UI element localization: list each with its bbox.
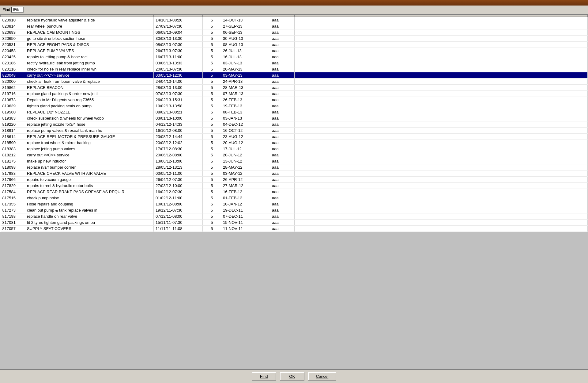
table-row[interactable]: 818098replace n/s/f bumper corner28/05/1…	[1, 164, 588, 170]
cell-desc: replace handle on rear valve	[25, 213, 154, 220]
cell-user: aaa	[270, 220, 295, 226]
table-row[interactable]: 819220replace jetting nozzle for3/4 hose…	[1, 121, 588, 128]
cell-id: 817829	[1, 183, 25, 189]
cell-date1: 17/07/12-08:30	[154, 146, 203, 152]
table-row[interactable]: 820048carry out <<C>> service03/05/13-12…	[1, 72, 588, 79]
cell-user: aaa	[270, 177, 295, 183]
cell-num: 5	[203, 29, 221, 36]
cell-date2: 10-JAN-12	[221, 201, 270, 207]
cell-date1: 10/01/12-08:00	[154, 201, 203, 207]
cell-date2: 28-MAR-13	[221, 85, 270, 91]
table-row[interactable]: 819383check suspension & wheels for whee…	[1, 115, 588, 121]
cell-desc: clean out pump & tank replace valves in	[25, 207, 154, 213]
cell-extra	[295, 146, 588, 152]
table-row[interactable]: 817355Hose repairs and coupling10/01/12-…	[1, 201, 588, 207]
cell-desc: check for noise in rear replace inner wh	[25, 66, 154, 72]
cell-user: aaa	[270, 121, 295, 128]
cell-user: aaa	[270, 134, 295, 140]
cell-user: aaa	[270, 17, 295, 23]
table-row[interactable]: 819639tighten gland packing seals on pum…	[1, 103, 588, 109]
cell-id: 820531	[1, 42, 25, 48]
cell-num: 5	[203, 195, 221, 201]
cell-id: 819560	[1, 109, 25, 115]
cell-desc: replace pump valves & reseal tank man ho	[25, 128, 154, 134]
cell-date1: 19/02/13-13:58	[154, 103, 203, 109]
cell-date2: 20-AUG-12	[221, 140, 270, 146]
table-row[interactable]: 817081fit 2 tyres tighten gland packings…	[1, 220, 588, 226]
table-row[interactable]: 817983REPLACE CHECK VALVE WITH AIR VALVE…	[1, 170, 588, 177]
cell-user: aaa	[270, 91, 295, 97]
table-row[interactable]: 819673Repairs to Mr Diligents van reg 73…	[1, 97, 588, 103]
cell-date2: 06-SEP-13	[221, 29, 270, 36]
cell-id: 820650	[1, 36, 25, 42]
cell-user: aaa	[270, 54, 295, 60]
cell-extra	[295, 42, 588, 48]
cell-date2: 16-OCT-12	[221, 128, 270, 134]
table-row[interactable]: 818590replace front wheel & mirror backi…	[1, 140, 588, 146]
cell-date1: 06/09/13-09:04	[154, 29, 203, 36]
table-row[interactable]: 820814rear wheel puncture27/09/13-07:305…	[1, 23, 588, 29]
table-row[interactable]: 817515check pump noise01/02/12-11:00501-…	[1, 195, 588, 201]
cell-desc: REPLACE REAR BRAKE PADS GREASE AS REQUIR	[25, 189, 154, 195]
cell-extra	[295, 17, 588, 23]
table-row[interactable]: 820531REPLACE FRONT PADS & DISCS08/08/13…	[1, 42, 588, 48]
cell-user: aaa	[270, 207, 295, 213]
cell-extra	[295, 79, 588, 85]
cell-date2: 26-JUL-13	[221, 48, 270, 54]
table-row[interactable]: 817273clean out pump & tank replace valv…	[1, 207, 588, 213]
cell-date2: 26-FEB-13	[221, 97, 270, 103]
table-row[interactable]: 820458REPLACE PUMP VALVES26/07/13-07:305…	[1, 48, 588, 54]
table-row[interactable]: 820910replace hydraulic valve adjuster &…	[1, 17, 588, 23]
table-container: 820910replace hydraulic valve adjuster &…	[0, 14, 588, 232]
table-row[interactable]: 817966repairs to vacuum gauge26/04/12-07…	[1, 177, 588, 183]
table-row[interactable]: 818614REPLACE REEL MOTOR & PRESSURE GAUG…	[1, 134, 588, 140]
find-button[interactable]: Find	[252, 372, 276, 381]
cell-date1: 11/11/11-11:08	[154, 226, 203, 232]
table-row[interactable]: 818175make up new inductor13/06/12-13:00…	[1, 158, 588, 164]
table-row[interactable]: 820693REPLACE CAB MOUNTINGS06/09/13-09:0…	[1, 29, 588, 36]
cell-date1: 28/05/12-13:13	[154, 164, 203, 170]
table-row[interactable]: 818383replace jetting pump valves17/07/1…	[1, 146, 588, 152]
table-row[interactable]: 817057SUPPLY SEAT COVERS11/11/11-11:0851…	[1, 226, 588, 232]
cell-num: 5	[203, 201, 221, 207]
cell-desc: Repairs to Mr Diligents van reg 73655	[25, 97, 154, 103]
cell-date1: 08/08/13-07:30	[154, 42, 203, 48]
cell-num: 5	[203, 121, 221, 128]
data-table: 820910replace hydraulic valve adjuster &…	[0, 14, 588, 232]
table-row[interactable]: 818212carry out <<C>> service20/06/12-08…	[1, 152, 588, 158]
cell-user: aaa	[270, 158, 295, 164]
table-row[interactable]: 819716replace gland packings & order new…	[1, 91, 588, 97]
table-row[interactable]: 817198replace handle on rear valve07/12/…	[1, 213, 588, 220]
table-row[interactable]: 820000check air leak from boom valve & r…	[1, 79, 588, 85]
cell-id: 817081	[1, 220, 25, 226]
table-row[interactable]: 820425repairs to jetting pump & hose ree…	[1, 54, 588, 60]
table-row[interactable]: 818914replace pump valves & reseal tank …	[1, 128, 588, 134]
cell-date2: 28-MAY-12	[221, 164, 270, 170]
table-row[interactable]: 820116check for noise in rear replace in…	[1, 66, 588, 72]
cell-desc: rectify hydraulic leak from jetting pump	[25, 60, 154, 66]
cell-extra	[295, 213, 588, 220]
table-row[interactable]: 820650go to site & unblock suction hose3…	[1, 36, 588, 42]
cell-user: aaa	[270, 79, 295, 85]
table-row[interactable]: 817829repairs to reel & hydraulic motor …	[1, 183, 588, 189]
cell-date1: 03/06/13-13:33	[154, 60, 203, 66]
cell-num: 5	[203, 23, 221, 29]
col-header-user	[270, 15, 295, 17]
table-row[interactable]: 817584REPLACE REAR BRAKE PADS GREASE AS …	[1, 189, 588, 195]
cell-num: 5	[203, 42, 221, 48]
table-row[interactable]: 820186rectify hydraulic leak from jettin…	[1, 60, 588, 66]
ok-button[interactable]: OK	[280, 372, 304, 381]
table-row[interactable]: 819862REPLACE BEACON28/03/13-13:00528-MA…	[1, 85, 588, 91]
cell-desc: go to site & unblock suction hose	[25, 36, 154, 42]
cell-id: 817584	[1, 189, 25, 195]
find-bar: Find 8%	[0, 6, 588, 14]
cell-extra	[295, 29, 588, 36]
cancel-button[interactable]: Cancel	[308, 372, 336, 381]
cell-extra	[295, 23, 588, 29]
col-header-extra	[295, 15, 588, 17]
table-row[interactable]: 819560REPLACE 1/2" NOZZLE08/02/13-08:215…	[1, 109, 588, 115]
cell-date1: 13/06/12-13:00	[154, 158, 203, 164]
cell-num: 5	[203, 158, 221, 164]
cell-desc: check suspension & wheels for wheel wobb	[25, 115, 154, 121]
cell-desc: replace front wheel & mirror backing	[25, 140, 154, 146]
